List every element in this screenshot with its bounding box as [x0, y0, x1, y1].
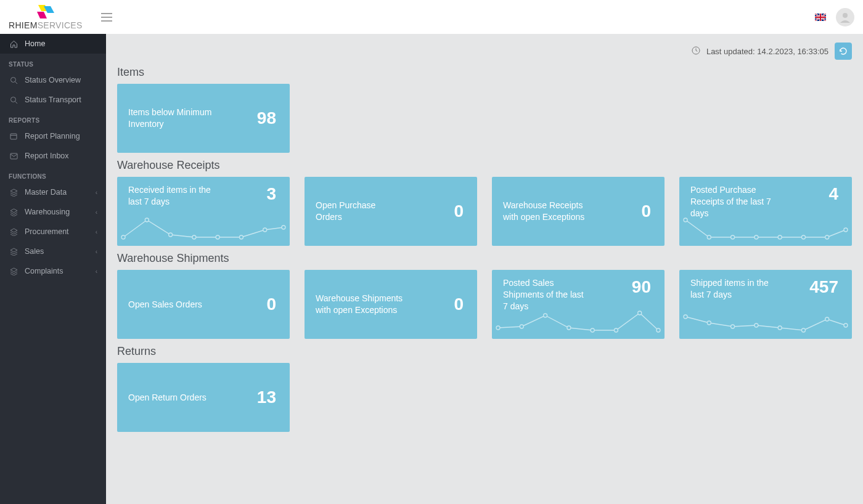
card-value: 0 [641, 201, 653, 221]
card-value: 90 [632, 277, 653, 297]
hamburger-icon [101, 13, 112, 22]
sidebar-label-procurement: Procurement [25, 227, 96, 236]
refresh-button[interactable] [835, 43, 852, 60]
svg-point-21 [216, 235, 219, 239]
section-title-warehouse-receipts: Warehouse Receipts [117, 159, 852, 172]
card-value: 4 [828, 184, 841, 204]
card-label: Shipped items in the last 7 days [690, 277, 778, 301]
sparkline-chart [682, 216, 849, 242]
sidebar-label-sales: Sales [25, 247, 96, 256]
sidebar-item-warehousing[interactable]: Warehousing ‹ [0, 202, 106, 222]
svg-point-24 [282, 226, 285, 229]
svg-point-33 [496, 326, 500, 330]
clock-icon [692, 46, 700, 57]
svg-point-22 [239, 235, 243, 239]
svg-line-12 [15, 101, 17, 104]
sidebar-item-procurement[interactable]: Procurement ‹ [0, 222, 106, 242]
svg-point-44 [755, 323, 758, 327]
svg-point-39 [638, 311, 642, 315]
card-open-purchase-orders[interactable]: Open Purchase Orders 0 [305, 177, 477, 246]
sidebar-label-master-data: Master Data [25, 188, 96, 197]
card-label: Items below Minimum Inventory [128, 107, 216, 130]
card-label: Received items in the last 7 days [128, 184, 216, 208]
layers-icon [9, 267, 18, 275]
svg-point-18 [145, 218, 149, 222]
sidebar-label-status-transport: Status Transport [25, 96, 97, 104]
svg-point-29 [778, 235, 782, 239]
sidebar-label-warehousing: Warehousing [25, 208, 96, 216]
sparkline-chart [682, 309, 849, 335]
svg-point-46 [801, 328, 805, 332]
sidebar-item-report-inbox[interactable]: Report Inbox [0, 146, 106, 166]
card-value: 13 [257, 388, 279, 407]
uk-flag-icon [815, 14, 826, 21]
svg-point-20 [192, 235, 196, 239]
svg-point-47 [825, 317, 829, 321]
brand-logo[interactable]: RHIEMSERVICES [9, 4, 83, 30]
search-icon [9, 76, 18, 84]
sidebar-item-complaints[interactable]: Complaints ‹ [0, 261, 106, 281]
svg-point-43 [731, 325, 735, 328]
last-updated-row: Last updated: 14.2.2023, 16:33:05 [117, 43, 852, 60]
card-label: Warehouse Shipments with open Exceptions [316, 293, 403, 316]
svg-point-27 [731, 235, 735, 239]
svg-rect-7 [815, 16, 826, 17]
language-flag-uk[interactable] [815, 14, 826, 21]
layers-icon [9, 228, 18, 236]
svg-point-42 [707, 321, 711, 325]
layers-icon [9, 208, 18, 216]
card-value: 0 [266, 295, 279, 314]
svg-point-17 [121, 235, 125, 239]
card-posted-sales-7d[interactable]: Posted Sales Shipments of the last 7 day… [492, 270, 665, 339]
sidebar-label-report-planning: Report Planning [25, 132, 97, 140]
sidebar-item-status-transport[interactable]: Status Transport [0, 90, 106, 110]
svg-point-23 [263, 228, 267, 232]
sidebar-item-home[interactable]: Home [0, 34, 106, 54]
card-label: Open Purchase Orders [316, 200, 403, 223]
sparkline-chart [120, 216, 287, 242]
card-received-items-7d[interactable]: Received items in the last 7 days 3 [117, 177, 290, 246]
card-open-sales-orders[interactable]: Open Sales Orders 0 [117, 270, 290, 339]
sparkline-chart [494, 309, 662, 335]
svg-point-48 [844, 323, 848, 327]
avatar-icon [838, 10, 852, 24]
main-content: Last updated: 14.2.2023, 16:33:05 Items … [106, 34, 863, 504]
card-posted-purchase-7d[interactable]: Posted Purchase Receipts of the last 7 d… [679, 177, 852, 246]
user-avatar[interactable] [836, 8, 854, 26]
card-shipped-items-7d[interactable]: Shipped items in the last 7 days 457 [679, 270, 852, 339]
card-receipts-open-exceptions[interactable]: Warehouse Receipts with open Exceptions … [492, 177, 665, 246]
svg-point-38 [614, 328, 618, 332]
card-open-return-orders[interactable]: Open Return Orders 13 [117, 363, 290, 432]
hamburger-menu-button[interactable] [98, 9, 115, 26]
svg-point-28 [755, 235, 758, 239]
sidebar-section-status: STATUS [0, 54, 106, 70]
svg-point-31 [825, 235, 829, 239]
sidebar-item-status-overview[interactable]: Status Overview [0, 70, 106, 90]
sidebar-item-report-planning[interactable]: Report Planning [0, 126, 106, 146]
chevron-left-icon: ‹ [96, 189, 97, 196]
card-shipments-open-exceptions[interactable]: Warehouse Shipments with open Exceptions… [305, 270, 477, 339]
svg-point-35 [544, 314, 547, 317]
sidebar-label-home: Home [25, 39, 97, 48]
home-icon [9, 40, 18, 48]
svg-point-25 [684, 218, 687, 222]
section-title-warehouse-shipments: Warehouse Shipments [117, 252, 852, 265]
sidebar-section-reports: REPORTS [0, 110, 106, 126]
svg-point-37 [591, 328, 594, 332]
mail-icon [9, 153, 18, 160]
sidebar-item-master-data[interactable]: Master Data ‹ [0, 182, 106, 202]
logo-icon [36, 4, 55, 20]
sidebar-label-status-overview: Status Overview [25, 76, 97, 84]
svg-point-11 [10, 97, 15, 102]
svg-point-40 [656, 328, 660, 332]
chevron-left-icon: ‹ [96, 248, 97, 255]
sidebar-item-sales[interactable]: Sales ‹ [0, 242, 106, 261]
section-title-returns: Returns [117, 345, 852, 358]
topbar: RHIEMSERVICES [0, 0, 863, 34]
card-items-below-min[interactable]: Items below Minimum Inventory 98 [117, 84, 290, 153]
svg-point-8 [843, 13, 848, 18]
svg-line-10 [15, 81, 17, 84]
svg-point-34 [520, 325, 523, 328]
section-title-items: Items [117, 66, 852, 79]
card-label: Open Sales Orders [128, 299, 202, 311]
